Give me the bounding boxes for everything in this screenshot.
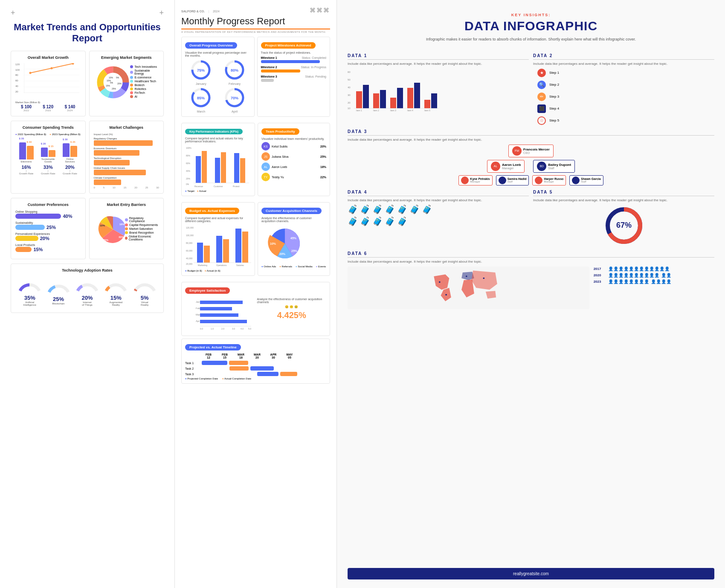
svg-text:Operations: Operations [216,264,227,266]
svg-rect-52 [215,158,220,183]
member-pct-3: 18% [320,165,326,168]
year-2020: 2020 👤👤👤👤👤👤👤👤👤👤 👤👤 [594,273,714,278]
svg-text:0%: 0% [186,183,189,185]
svg-text:20%: 20% [279,252,286,255]
svg-text:10%: 10% [100,224,105,227]
svg-rect-87 [200,307,232,310]
step2-icon: 🔍 [537,81,546,89]
briefcase-2: 🧳 [360,204,371,214]
svg-text:Jan: Jan [196,301,200,303]
milestones-box: Project Milestones Achieved Track the st… [257,37,331,117]
challenges-card: Market Challenges Impact Level (%) Regul… [89,121,164,194]
satisfaction-box: Employee Satisfaction Jan Feb Mar Apr 0.… [181,282,330,336]
task2-proj [250,366,274,371]
svg-text:60: 60 [348,71,351,73]
svg-text:10%: 10% [270,242,276,245]
briefcase-10: 🧳 [372,216,383,226]
data-row-2: DATA 4 Include data like percentages and… [348,190,714,247]
progress-ring-jan: 75% [190,59,212,81]
svg-text:100%: 100% [186,147,191,149]
svg-text:Feb: Feb [196,307,200,310]
svg-rect-113 [424,100,430,108]
decorative-plus: ++ [11,9,164,17]
footer-text: reallygreatsite.com [513,571,549,576]
market-size-label: Market Size (Billion $) [15,101,81,104]
barriers-legend: Regulatory Compliance Capital Requiremen… [125,217,159,242]
acquisition-desc: Analyze the effectiveness of customer ac… [261,217,326,223]
team-member-3: AL Aaron Loeb 18% [261,162,326,171]
samira-role: Staff [508,180,527,183]
acquisition-header: Customer Acquisition Channels [261,208,322,214]
satisfaction-inner: Employee Satisfaction Jan Feb Mar Apr 0.… [185,286,326,332]
right-subtitle: KEY INSIGHTS: [348,13,714,17]
kyne-name: Kyne Petrakis [470,177,490,180]
svg-text:5.0: 5.0 [248,327,251,330]
member-name-1: Ketut Sublis [272,145,319,148]
step-5: ☆ Step 5 [537,116,714,125]
team-member-2: JS Juliana Silva 25% [261,152,326,161]
svg-text:100,000: 100,000 [186,234,194,237]
timeline-header: Projected vs. Actual Timeline [185,344,241,350]
spending-title: Consumer Spending Trends [15,125,81,130]
avatar-3: AL [261,162,270,171]
svg-rect-71 [216,236,222,263]
avatar-1: KS [261,142,270,151]
svg-text:18%: 18% [119,223,125,226]
progress-box: Overall Progress Overview Visualize the … [181,37,255,117]
org-bottom: Kyne PetrakisManager Samira HadidStaff H… [348,175,714,185]
shawn-avatar [572,177,580,184]
tech-card: Technology Adoption Rates 35% Artificial… [11,264,164,313]
y-axis-labels: 12010080604020 [15,63,20,93]
progress-ring-feb: 80% [224,59,245,81]
kpi-header: Key Performance Indicators (KPIs) [185,129,243,134]
kyne-avatar [461,177,469,184]
svg-point-7 [51,67,53,69]
satisfaction-emoji: 😊 😐 😢 [285,305,298,309]
data3-header: DATA 3 [348,129,714,136]
svg-text:Mar: Mar [196,313,200,316]
acquisition-legend: ● Online Ads ● Referrals ● Social Media … [261,265,326,268]
progress-header: Overall Progress Overview [185,42,237,49]
svg-rect-72 [223,239,229,263]
people-2020: 👤👤👤👤👤👤👤👤👤👤 [608,273,659,278]
svg-text:3.0: 3.0 [232,327,235,330]
data1-section: DATA 1 Include data like percentages and… [348,53,529,125]
milestone-1: Milestone 1Status: Completed [261,56,327,63]
tech-gauge-3 [75,278,99,293]
svg-text:5%: 5% [116,76,119,79]
node-samira: Samira HadidStaff [496,175,529,185]
satisfaction-desc: Analyze the effectiveness of customer ac… [257,298,327,304]
svg-text:20: 20 [348,101,351,104]
manager-aaron: AL Aaron Loeb Manager [487,160,525,173]
staff-bailey: BD Bailey Dupont Staff [533,160,575,173]
svg-text:Marketing: Marketing [198,264,207,266]
data-row-1: DATA 1 Include data like percentages and… [348,53,714,125]
year-label-2017: 2017 [594,267,606,271]
step1-label: Step 1 [549,71,559,75]
svg-text:Item 3: Item 3 [390,109,396,111]
svg-point-6 [29,72,32,74]
step2-label: Step 2 [549,83,559,87]
avatar-4: TY [261,173,270,181]
data6-section: DATA 6 Include data like percentages and… [348,251,714,309]
svg-text:67%: 67% [616,221,631,229]
satisfaction-right: Analyze the effectiveness of customer ac… [257,286,327,332]
kpi-legend: ● Target ● Actual [185,190,251,192]
left-panel: ++ Market Trends and Opportunities Repor… [0,0,175,588]
svg-text:45%: 45% [290,237,297,240]
svg-rect-55 [240,158,245,183]
bailey-name: Bailey Dupont [548,163,571,167]
org-ceo: FM Francois Mercer CEO [348,145,714,157]
preferences-card: Customer Preferences Online Shopping 40%… [11,198,86,259]
right-panel: KEY INSIGHTS: DATA INFOGRAPHIC Infograph… [337,0,725,588]
briefcase-7: 🧳 [422,204,432,214]
svg-rect-50 [196,156,201,183]
step4-icon: ⬛ [537,104,546,113]
data4-desc: Include data like percentages and averag… [348,198,529,203]
svg-rect-70 [204,246,210,263]
ceo-node: FM Francois Mercer CEO [508,145,554,157]
harper-role: Manager [544,180,563,183]
task1-actual [229,361,248,365]
milestone-3: Milestone 3Status: Pending [261,75,327,82]
task1-proj [202,361,227,365]
